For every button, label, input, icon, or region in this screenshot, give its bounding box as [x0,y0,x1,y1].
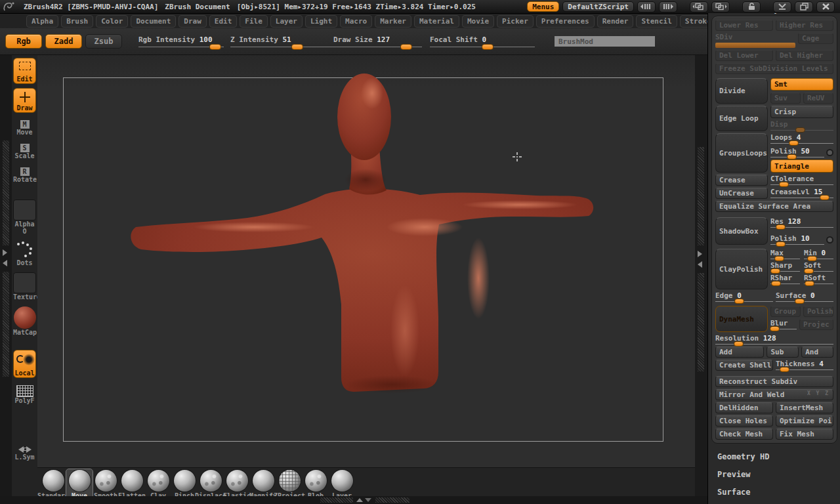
fix-mesh-button[interactable]: Fix Mesh [776,429,833,440]
menu-stencil[interactable]: Stencil [636,15,677,28]
brush-blob[interactable]: Blob [303,469,329,499]
draw-size-slider[interactable]: Draw Size 127 [333,35,422,47]
uncrease-button[interactable]: UnCrease [715,188,768,199]
cp-soft-thumb[interactable] [804,268,814,274]
equalize-surface-area-button[interactable]: Equalize Surface Area [715,201,833,212]
loops-slider[interactable]: Loops 4 [770,133,833,145]
optimize-points-button[interactable]: Optimize Poi [776,415,833,427]
menu-draw[interactable]: Draw [178,15,207,28]
mirror-and-weld-button[interactable]: Mirror And Weld X Y Z [715,389,833,400]
menu-file[interactable]: File [240,15,268,28]
dm-project-toggle[interactable]: Projec [799,319,833,330]
tray-collapse-icon[interactable] [365,498,371,502]
menu-material[interactable]: Material [414,15,459,28]
brush-zproject[interactable]: ZProject [276,469,303,499]
edge-loop-button[interactable]: Edge Loop [715,106,768,131]
rotate-mode-button[interactable]: R Rotate [13,164,36,184]
dm-blur-thumb[interactable] [770,326,780,331]
model-body[interactable] [131,188,593,392]
brush-magnify[interactable]: Magnify [250,469,276,499]
polish-mode-toggle[interactable] [826,149,833,156]
menu-alpha[interactable]: Alpha [26,15,58,28]
lock-button[interactable] [742,1,761,12]
cp-min-thumb[interactable] [807,256,817,261]
dm-add-button[interactable]: Add [715,346,764,358]
z-intensity-slider[interactable]: Z Intensity 51 [230,35,333,47]
tray-expand-icon[interactable] [356,498,363,502]
menu-movie[interactable]: Movie [462,15,494,28]
left-divider-grip2[interactable] [3,272,9,377]
sb-polish-mode-toggle[interactable] [826,236,833,243]
bottom-divider-grip[interactable] [320,497,353,503]
mirror-xyz-toggles[interactable]: X Y Z [807,390,830,396]
scale-mode-button[interactable]: S Scale [13,140,36,160]
brush-elastic[interactable]: Elastic [224,469,250,499]
loops-thumb[interactable] [789,140,799,146]
menu-color[interactable]: Color [96,15,128,28]
right-divider-close-icon[interactable] [698,261,702,268]
del-higher-button[interactable]: Del Higher [776,50,833,61]
res-slider[interactable]: Res 128 [770,217,833,232]
resolution-slider[interactable]: Resolution 128 [715,334,833,345]
suv-toggle[interactable]: Suv [770,93,801,104]
section-geometry-hd[interactable]: Geometry HD [717,452,840,461]
move-panel-right-button[interactable] [711,1,730,12]
cp-rshar-slider[interactable]: RShar [770,274,800,284]
delhidden-button[interactable]: DelHidden [715,402,773,413]
menu-light[interactable]: Light [305,15,337,28]
sb-polish-slider[interactable]: Polish 10 [770,234,824,245]
freeze-subdivision-button[interactable]: Freeze SubDivision Levels [715,63,833,74]
rgb-intensity-thumb[interactable] [209,44,221,50]
section-surface[interactable]: Surface [717,488,840,497]
rgb-intensity-slider[interactable]: Rgb Intensity 100 [138,35,224,47]
reconstruct-subdiv-button[interactable]: Reconstruct Subdiv [715,376,833,387]
menu-marker[interactable]: Marker [375,15,411,28]
polyframe-button[interactable]: PolyF [13,382,36,405]
create-shell-button[interactable]: Create Shell [715,360,773,371]
sb-polish-thumb[interactable] [776,242,786,247]
menu-layer[interactable]: Layer [270,15,303,28]
cp-rshar-thumb[interactable] [771,281,781,286]
cp-surface-slider[interactable]: Surface 0 [776,291,833,302]
cp-min-slider[interactable]: Min 0 [804,249,833,259]
move-mode-button[interactable]: M Move [13,117,36,136]
default-zscript-button[interactable]: DefaultZScript [562,1,634,12]
dynamesh-button[interactable]: DynaMesh [715,306,768,332]
brush-layer[interactable]: Layer [329,469,355,499]
material-selector[interactable]: MatCap [13,305,36,337]
cp-edge-thumb[interactable] [734,299,744,304]
alpha-selector[interactable]: Alpha O [13,198,36,236]
cp-soft-slider[interactable]: Soft [804,261,833,272]
cp-rsoft-slider[interactable]: RSoft [804,274,833,284]
dm-and-button[interactable]: And [801,346,833,358]
zsub-toggle[interactable]: Zsub [85,34,122,49]
right-divider-grip[interactable] [698,147,704,245]
cp-sharp-thumb[interactable] [770,268,780,274]
close-button[interactable] [816,1,835,12]
polish-thumb[interactable] [787,154,797,159]
smt-toggle[interactable]: Smt [770,78,833,91]
reuv-button[interactable]: ReUV [803,93,833,104]
document-canvas[interactable] [37,55,695,467]
lsym-button[interactable]: L.Sym [13,443,36,461]
polish-slider[interactable]: Polish 50 [770,147,824,158]
sdiv-slider[interactable]: SDiv [715,33,795,48]
cage-button[interactable]: Cage [798,33,833,44]
draw-size-thumb[interactable] [400,44,412,50]
insertmesh-button[interactable]: InsertMesh [776,402,833,413]
menu-render[interactable]: Render [597,15,634,28]
dm-blur-slider[interactable]: Blur [770,319,797,330]
right-divider-grip2[interactable] [698,273,704,371]
menu-picker[interactable]: Picker [497,15,534,28]
claypolish-button[interactable]: ClayPolish [715,249,768,289]
brush-standard[interactable]: Standard [40,469,66,499]
scroll-left-button[interactable] [637,1,656,12]
move-panel-left-button[interactable] [690,1,708,12]
creaselvl-slider[interactable]: CreaseLvl 15 [770,188,833,199]
menu-macro[interactable]: Macro [340,15,372,28]
restore-button[interactable] [795,1,813,12]
dm-group-toggle[interactable]: Group [770,306,801,317]
z-intensity-thumb[interactable] [291,44,303,50]
disp-thumb[interactable] [795,127,805,133]
thickness-slider[interactable]: Thickness 4 [776,360,833,371]
